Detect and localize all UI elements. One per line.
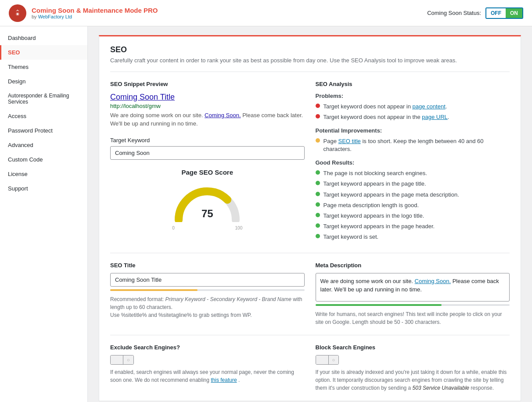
problem-dot-2 (316, 114, 320, 118)
problem-1: Target keyword does not appear in page c… (316, 103, 510, 111)
section-divider-1 (110, 253, 510, 253)
seo-title-label: SEO Title (110, 262, 305, 269)
good-1: The page is not blocking search engines. (316, 169, 510, 177)
toggle-off-button[interactable]: OFF (486, 8, 506, 18)
header-right: Coming Soon Status: OFF ON (427, 7, 523, 19)
seo-title-progress-wrap (110, 289, 305, 291)
sidebar-item-themes[interactable]: Themes (0, 60, 87, 74)
score-gauge: 75 (172, 183, 242, 222)
good-6: Target keyword appears in the page heade… (316, 223, 510, 230)
left-panel: SEO Snippet Preview Coming Soon Title ht… (110, 81, 305, 244)
page-description: Carefully craft your content in order to… (110, 56, 510, 72)
improvements-label: Potential Improvements: (316, 127, 510, 134)
main-content: SEO Carefully craft your content in orde… (88, 26, 532, 402)
sidebar-item-dashboard[interactable]: Dashboard (0, 31, 87, 45)
good-dot-5 (316, 213, 320, 217)
score-section: Page SEO Score 75 0 1 (110, 160, 305, 239)
problems-label: Problems: (316, 93, 510, 99)
seo-card: SEO Carefully craft your content in orde… (99, 35, 521, 401)
snippet-url: http://localhost/gmw (110, 103, 305, 109)
meta-desc-textarea[interactable]: We are doing some work on our site. Comi… (316, 273, 510, 302)
exclude-toggle-left[interactable] (111, 355, 123, 364)
top-section: SEO Snippet Preview Coming Soon Title ht… (110, 81, 510, 244)
exclude-toggle-right[interactable]: ○ (123, 355, 133, 364)
meta-desc-progress-wrap (316, 304, 510, 306)
svg-point-2 (17, 13, 18, 15)
app-subtitle: by WebFactory Ltd (32, 14, 158, 19)
sidebar-item-access[interactable]: Access (0, 109, 87, 123)
meta-desc-progress-bar (316, 304, 442, 306)
sidebar-item-seo[interactable]: SEO (0, 45, 87, 60)
problem-link-1[interactable]: page content (413, 103, 446, 110)
exclude-section: Exclude Search Engines? ○ If enabled, se… (110, 344, 305, 392)
score-min: 0 (172, 226, 175, 230)
good-dot-1 (316, 170, 320, 175)
block-toggle[interactable]: ○ (316, 355, 339, 365)
good-results-label: Good Results: (316, 159, 510, 166)
exclude-feature-link[interactable]: this feature (211, 377, 237, 383)
snippet-title: Coming Soon Title (110, 93, 305, 102)
good-dot-2 (316, 181, 320, 185)
problem-link-2[interactable]: page URL (422, 114, 448, 120)
main-layout: Dashboard SEO Themes Design Autoresponde… (0, 26, 532, 402)
improvement-dot-1 (316, 138, 320, 143)
seo-title-input[interactable] (110, 273, 305, 287)
bottom-section: Exclude Search Engines? ○ If enabled, se… (110, 344, 510, 392)
good-dot-4 (316, 202, 320, 207)
middle-section: SEO Title Recommended format: Primary Ke… (110, 262, 510, 326)
logo-text-group: Coming Soon & Maintenance Mode PRO by We… (32, 7, 158, 19)
sidebar-item-support[interactable]: Support (0, 181, 87, 196)
good-2: Target keyword appears in the page title… (316, 180, 510, 188)
meta-desc-hint: Write for humans, not search engines! Th… (316, 310, 510, 326)
keyword-label: Target Keyword (110, 137, 305, 144)
good-dot-3 (316, 192, 320, 196)
section-divider-2 (110, 335, 510, 335)
improvement-link-1[interactable]: SEO title (338, 138, 360, 144)
problem-2: Target keyword does not appear in the pa… (316, 113, 510, 121)
target-keyword-input[interactable] (110, 146, 305, 160)
snippet-description: We are doing some work on our site. Comi… (110, 111, 305, 128)
score-number: 75 (201, 208, 213, 220)
block-toggle-right[interactable]: ○ (328, 355, 339, 364)
good-7: Target keyword is set. (316, 233, 510, 241)
company-link[interactable]: WebFactory Ltd (38, 14, 72, 19)
good-5: Target keyword appears in the logo title… (316, 212, 510, 220)
snippet-section-title: SEO Snippet Preview (110, 81, 305, 87)
score-labels: 0 100 (172, 226, 242, 230)
block-section: Block Search Engines ○ If your site is a… (316, 344, 510, 392)
meta-desc-label: Meta Description (316, 262, 510, 269)
sidebar-item-autoresponder[interactable]: Autoresponder & Emailing Services (0, 89, 87, 109)
exclude-title: Exclude Search Engines? (110, 344, 305, 351)
app-title: Coming Soon & Maintenance Mode PRO (32, 7, 158, 14)
good-dot-6 (316, 223, 320, 228)
analysis-title: SEO Analysis (316, 81, 510, 87)
seo-title-hint: Recommended format: Primary Keyword - Se… (110, 295, 305, 319)
block-description: If your site is already indexed and you'… (316, 368, 510, 392)
problem-dot-1 (316, 104, 320, 108)
sidebar-item-license[interactable]: License (0, 167, 87, 181)
score-max: 100 (235, 226, 243, 230)
page-header: SEO Carefully craft your content in orde… (110, 45, 510, 72)
coming-soon-toggle[interactable]: OFF ON (485, 7, 523, 19)
app-logo-icon (9, 4, 26, 22)
sidebar-item-advanced[interactable]: Advanced (0, 138, 87, 152)
block-toggle-left[interactable] (316, 355, 328, 364)
good-4: Page meta description length is good. (316, 201, 510, 209)
toggle-on-button[interactable]: ON (506, 8, 522, 18)
status-label: Coming Soon Status: (427, 10, 481, 16)
analysis-section: SEO Analysis Problems: Target keyword do… (316, 81, 510, 244)
snippet-preview: Coming Soon Title http://localhost/gmw W… (110, 93, 305, 128)
meta-desc-section: Meta Description We are doing some work … (316, 262, 510, 326)
sidebar-item-design[interactable]: Design (0, 74, 87, 89)
app-header: Coming Soon & Maintenance Mode PRO by We… (0, 0, 532, 26)
good-dot-7 (316, 234, 320, 238)
header-left: Coming Soon & Maintenance Mode PRO by We… (9, 4, 158, 22)
sidebar-item-password-protect[interactable]: Password Protect (0, 123, 87, 138)
block-title: Block Search Engines (316, 344, 510, 351)
seo-title-progress-bar (110, 289, 198, 291)
sidebar: Dashboard SEO Themes Design Autoresponde… (0, 26, 88, 402)
sidebar-item-custom-code[interactable]: Custom Code (0, 152, 87, 167)
page-title: SEO (110, 45, 510, 54)
exclude-toggle[interactable]: ○ (110, 355, 134, 365)
improvement-1: Page SEO title is too short. Keep the le… (316, 137, 510, 153)
